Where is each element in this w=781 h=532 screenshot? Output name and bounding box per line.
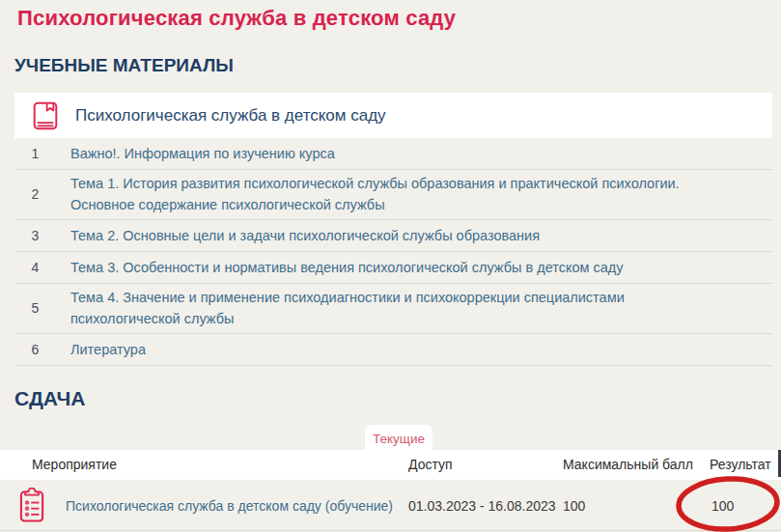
event-max-score: 100 — [563, 498, 585, 514]
event-link[interactable]: Психологическая служба в детском саду (о… — [66, 498, 393, 514]
submission-table-header: Мероприятие Доступ Максимальный балл Рез… — [0, 450, 781, 480]
event-access-dates: 01.03.2023 - 16.08.2023 — [408, 498, 556, 514]
material-row: 6 Литература — [14, 334, 772, 366]
material-link[interactable]: Тема 4. Значение и применение психодиагн… — [70, 287, 734, 330]
material-link[interactable]: Литература — [70, 339, 146, 360]
material-number: 3 — [14, 228, 56, 243]
material-link[interactable]: Важно!. Информация по изучению курса — [70, 143, 335, 164]
page-title: Психологическая служба в детском саду — [17, 6, 456, 31]
bottom-divider — [0, 530, 781, 531]
tab-current[interactable]: Текущие — [365, 425, 432, 452]
event-result: 100 — [711, 498, 734, 514]
materials-section-heading: УЧЕБНЫЕ МАТЕРИАЛЫ — [14, 55, 234, 76]
material-row: 4 Тема 3. Особенности и нормативы ведени… — [14, 252, 772, 284]
course-card[interactable]: Психологическая служба в детском саду — [14, 93, 772, 138]
material-number: 1 — [14, 146, 56, 161]
column-header-max-score: Максимальный балл — [563, 457, 693, 472]
materials-list: 1 Важно!. Информация по изучению курса 2… — [14, 138, 772, 366]
material-number: 2 — [14, 186, 56, 202]
material-link[interactable]: Тема 3. Особенности и нормативы ведения … — [70, 257, 624, 278]
material-number: 5 — [14, 300, 56, 316]
submission-table-row: Психологическая служба в детском саду (о… — [0, 480, 781, 530]
material-row: 3 Тема 2. Основные цели и задачи психоло… — [14, 220, 772, 252]
material-number: 6 — [14, 342, 56, 357]
submission-section-heading: СДАЧА — [14, 387, 85, 410]
material-link[interactable]: Тема 2. Основные цели и задачи психологи… — [70, 225, 540, 246]
column-header-result: Результат — [710, 457, 771, 472]
material-row: 2 Тема 1. История развития психологическ… — [14, 170, 772, 220]
clipboard-checklist-icon — [17, 488, 46, 527]
column-header-access: Доступ — [408, 457, 453, 472]
material-row: 5 Тема 4. Значение и применение психодиа… — [14, 284, 772, 334]
material-number: 4 — [14, 260, 56, 275]
material-row: 1 Важно!. Информация по изучению курса — [14, 138, 772, 170]
column-header-event: Мероприятие — [32, 457, 117, 472]
material-link[interactable]: Тема 1. История развития психологической… — [70, 173, 734, 216]
course-card-title[interactable]: Психологическая служба в детском саду — [75, 106, 386, 126]
book-icon — [32, 101, 59, 130]
